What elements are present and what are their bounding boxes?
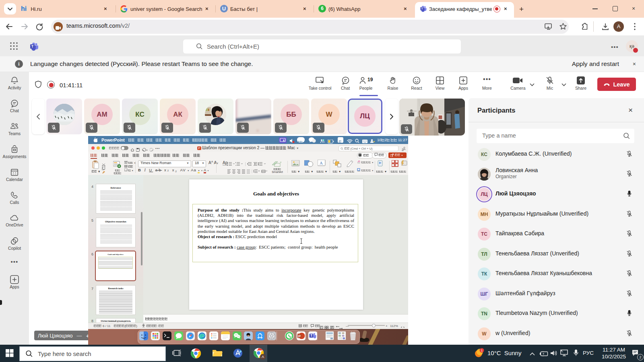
svg-text:1: 1 [481,349,483,352]
svg-text:A: A [320,160,323,165]
svg-text:P: P [298,334,301,338]
svg-text:1: 1 [316,139,316,143]
